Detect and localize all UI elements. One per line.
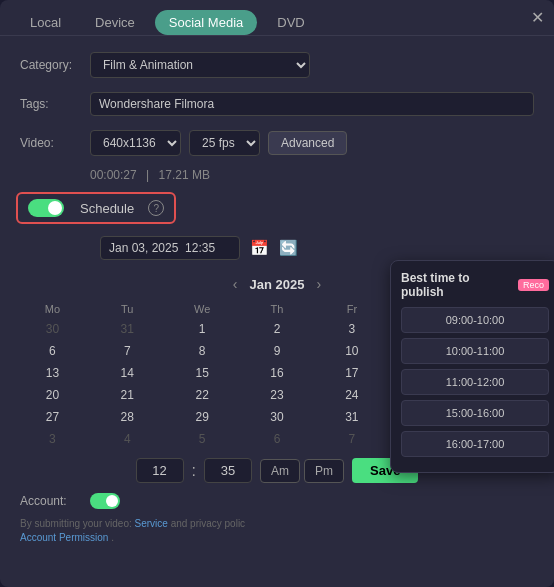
tags-label: Tags: — [20, 97, 90, 111]
time-slot-2[interactable]: 11:00-12:00 — [401, 369, 549, 395]
time-slot-0[interactable]: 09:00-10:00 — [401, 307, 549, 333]
cal-day[interactable]: 23 — [241, 384, 314, 406]
category-label: Category: — [20, 58, 90, 72]
cal-day[interactable]: 7 — [91, 340, 164, 362]
file-size-value: 17.21 MB — [159, 168, 210, 182]
minute-input[interactable] — [204, 458, 252, 483]
duration-value: 00:00:27 — [90, 168, 137, 182]
category-select[interactable]: Film & Animation — [90, 52, 310, 78]
tab-device[interactable]: Device — [81, 10, 149, 35]
cal-day[interactable]: 30 — [241, 406, 314, 428]
calendar-area: ‹ Jan 2025 › Mo Tu We Th Fr Sa Su 30 31 — [0, 270, 554, 491]
tags-row: Tags: — [0, 88, 554, 120]
footer-text: By submitting your video: Service and pr… — [0, 511, 554, 551]
tab-social-media[interactable]: Social Media — [155, 10, 257, 35]
cal-day[interactable]: 7 — [315, 428, 388, 450]
time-slot-3[interactable]: 15:00-16:00 — [401, 400, 549, 426]
refresh-icon[interactable]: 🔄 — [279, 239, 298, 257]
day-header-fr: Fr — [315, 300, 388, 318]
cal-day[interactable]: 3 — [315, 318, 388, 340]
cal-day[interactable]: 29 — [166, 406, 239, 428]
schedule-toggle[interactable] — [28, 199, 64, 217]
cal-day[interactable]: 17 — [315, 362, 388, 384]
video-row: Video: 640x1136 25 fps Advanced — [0, 126, 554, 160]
pm-button[interactable]: Pm — [304, 459, 344, 483]
cal-day[interactable]: 13 — [16, 362, 89, 384]
account-toggle[interactable] — [90, 493, 120, 509]
reco-badge: Reco — [518, 279, 549, 291]
cal-day[interactable]: 9 — [241, 340, 314, 362]
cal-day[interactable]: 14 — [91, 362, 164, 384]
category-row: Category: Film & Animation — [0, 48, 554, 82]
am-pm-group: Am Pm — [260, 459, 344, 483]
schedule-section: Schedule ? — [0, 188, 554, 228]
hour-input[interactable] — [136, 458, 184, 483]
video-label: Video: — [20, 136, 90, 150]
cal-day[interactable]: 15 — [166, 362, 239, 384]
cal-day[interactable]: 16 — [241, 362, 314, 384]
cal-day[interactable]: 6 — [241, 428, 314, 450]
cal-day[interactable]: 21 — [91, 384, 164, 406]
cal-day[interactable]: 31 — [315, 406, 388, 428]
video-res-select[interactable]: 640x1136 — [90, 130, 181, 156]
account-label: Account: — [20, 494, 90, 508]
schedule-help-icon[interactable]: ? — [148, 200, 164, 216]
info-row: 00:00:27 | 17.21 MB — [0, 166, 554, 188]
tabs-bar: Local Device Social Media DVD — [0, 0, 554, 36]
info-separator: | — [146, 168, 149, 182]
tab-dvd[interactable]: DVD — [263, 10, 318, 35]
day-header-we: We — [166, 300, 239, 318]
video-fps-select[interactable]: 25 fps — [189, 130, 260, 156]
tab-local[interactable]: Local — [16, 10, 75, 35]
day-header-tu: Tu — [91, 300, 164, 318]
best-time-header: Best time to publish Reco — [401, 271, 549, 299]
cal-day[interactable]: 5 — [166, 428, 239, 450]
cal-day[interactable]: 4 — [91, 428, 164, 450]
time-separator: : — [192, 462, 196, 480]
datetime-input[interactable] — [100, 236, 240, 260]
video-controls: 640x1136 25 fps Advanced — [90, 130, 347, 156]
cal-day[interactable]: 8 — [166, 340, 239, 362]
time-slot-4[interactable]: 16:00-17:00 — [401, 431, 549, 457]
cal-day[interactable]: 24 — [315, 384, 388, 406]
cal-day[interactable]: 27 — [16, 406, 89, 428]
footer-text-3: . — [111, 532, 114, 543]
close-button[interactable]: ✕ — [531, 8, 544, 27]
cal-day[interactable]: 31 — [91, 318, 164, 340]
dialog: ✕ Local Device Social Media DVD Category… — [0, 0, 554, 587]
time-slot-1[interactable]: 10:00-11:00 — [401, 338, 549, 364]
day-header-mo: Mo — [16, 300, 89, 318]
cal-day[interactable]: 2 — [241, 318, 314, 340]
calendar-month-year: Jan 2025 — [250, 277, 305, 292]
cal-day[interactable]: 6 — [16, 340, 89, 362]
cal-day[interactable]: 22 — [166, 384, 239, 406]
schedule-label: Schedule — [80, 201, 134, 216]
next-month-button[interactable]: › — [316, 276, 321, 292]
prev-month-button[interactable]: ‹ — [233, 276, 238, 292]
tags-input[interactable] — [90, 92, 534, 116]
account-permission-link[interactable]: Account Permission — [20, 532, 108, 543]
calendar-icon[interactable]: 📅 — [250, 239, 269, 257]
cal-day[interactable]: 20 — [16, 384, 89, 406]
service-link[interactable]: Service — [135, 518, 168, 529]
account-row: Account: — [0, 491, 554, 511]
footer-text-1: By submitting your video: — [20, 518, 132, 529]
advanced-button[interactable]: Advanced — [268, 131, 347, 155]
cal-day[interactable]: 30 — [16, 318, 89, 340]
best-time-title: Best time to publish — [401, 271, 512, 299]
footer-text-2: and privacy polic — [171, 518, 245, 529]
best-time-panel: Best time to publish Reco 09:00-10:00 10… — [390, 260, 554, 473]
cal-day[interactable]: 3 — [16, 428, 89, 450]
cal-day[interactable]: 28 — [91, 406, 164, 428]
am-button[interactable]: Am — [260, 459, 300, 483]
cal-day[interactable]: 10 — [315, 340, 388, 362]
day-header-th: Th — [241, 300, 314, 318]
cal-day[interactable]: 1 — [166, 318, 239, 340]
